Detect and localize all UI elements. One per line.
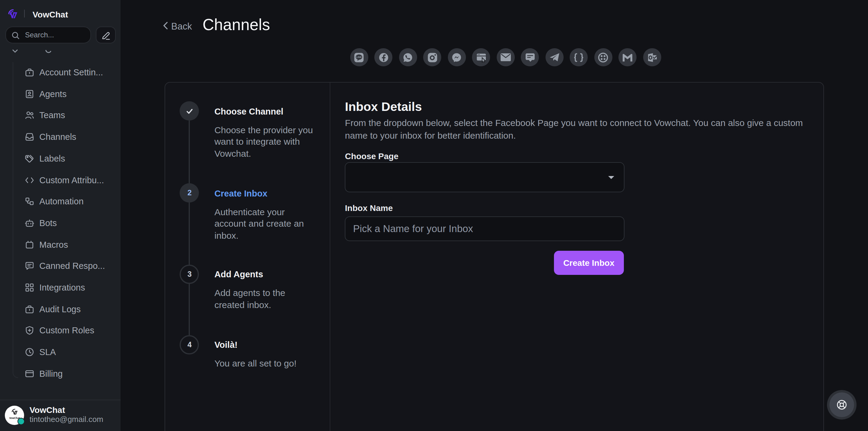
svg-text:LINE: LINE <box>356 56 362 58</box>
